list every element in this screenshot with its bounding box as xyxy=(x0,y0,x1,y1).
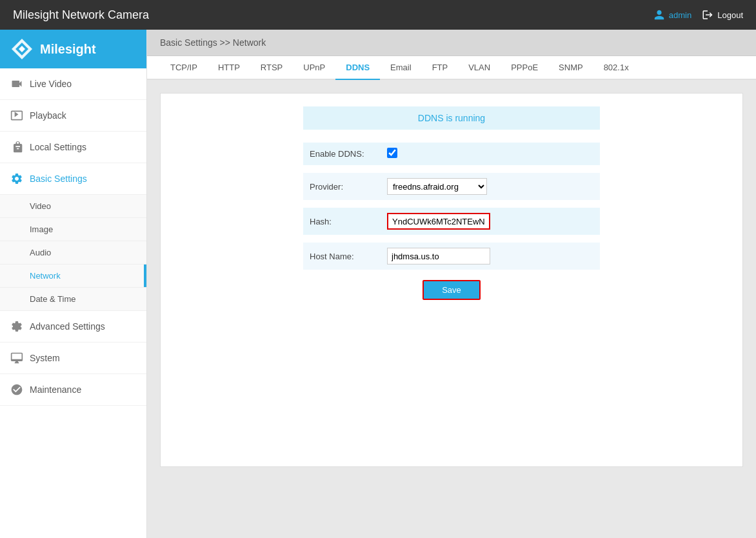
tab-vlan[interactable]: VLAN xyxy=(458,56,501,80)
logout-icon xyxy=(702,9,713,21)
sidebar-item-label-maintenance: Maintenance xyxy=(30,384,81,395)
tab-rtsp[interactable]: RTSP xyxy=(250,56,293,80)
form-row-enable: Enable DDNS: xyxy=(303,143,600,165)
admin-label: admin xyxy=(669,10,691,20)
sidebar-item-label-system: System xyxy=(30,353,60,363)
tab-pppoe[interactable]: PPPoE xyxy=(501,56,548,80)
save-btn-row: Save xyxy=(303,280,600,300)
enable-ddns-label: Enable DDNS: xyxy=(310,149,387,159)
main-content: DDNS is running Enable DDNS: Provider: xyxy=(147,80,756,538)
ddns-status-text: DDNS is running xyxy=(418,113,485,123)
ddns-form: Enable DDNS: Provider: freedns.afraid.or… xyxy=(303,143,600,300)
enable-ddns-control xyxy=(387,148,593,160)
sidebar-subitems: Video Image Audio Network Date & Time xyxy=(0,195,146,311)
sidebar-subitem-audio[interactable]: Audio xyxy=(0,241,146,264)
sidebar-subitem-label-audio: Audio xyxy=(30,248,51,257)
sidebar-item-label-advanced-settings: Advanced Settings xyxy=(30,321,105,332)
tab-tcpip[interactable]: TCP/IP xyxy=(160,56,208,80)
form-row-hostname: Host Name: xyxy=(303,243,600,270)
sidebar-item-playback[interactable]: Playback xyxy=(0,100,146,132)
sidebar-subitem-label-network: Network xyxy=(30,271,61,281)
hostname-input[interactable] xyxy=(387,248,490,264)
provider-label: Provider: xyxy=(310,182,387,192)
ddns-status-bar: DDNS is running xyxy=(303,106,600,130)
sidebar-item-basic-settings[interactable]: Basic Settings xyxy=(0,163,146,195)
tab-upnp[interactable]: UPnP xyxy=(293,56,335,80)
tab-ddns[interactable]: DDNS xyxy=(335,56,380,80)
sidebar-subitem-video[interactable]: Video xyxy=(0,195,146,218)
sidebar: Milesight Live Video Playback Local Sett… xyxy=(0,30,147,538)
sidebar-item-advanced-settings[interactable]: Advanced Settings xyxy=(0,311,146,343)
hash-input[interactable] xyxy=(387,213,490,230)
enable-ddns-checkbox[interactable] xyxy=(387,148,397,158)
breadcrumb: Basic Settings >> Network xyxy=(147,30,756,56)
hostname-control xyxy=(387,248,593,264)
logo-text: Milesight xyxy=(40,42,96,57)
form-row-hash: Hash: xyxy=(303,208,600,235)
sidebar-item-label-playback: Playback xyxy=(30,110,66,121)
advanced-settings-icon xyxy=(10,320,23,333)
sidebar-subitem-image[interactable]: Image xyxy=(0,218,146,241)
top-header: Milesight Network Camera admin Logout xyxy=(0,0,756,30)
sidebar-item-label-local-settings: Local Settings xyxy=(30,142,86,152)
content-panel: DDNS is running Enable DDNS: Provider: xyxy=(160,93,743,467)
tabs-bar: TCP/IP HTTP RTSP UPnP DDNS Email FTP VLA… xyxy=(147,56,756,80)
hash-label: Hash: xyxy=(310,217,387,226)
content-area: Basic Settings >> Network TCP/IP HTTP RT… xyxy=(147,30,756,538)
sidebar-item-live-video[interactable]: Live Video xyxy=(0,68,146,100)
header-right: admin Logout xyxy=(653,9,743,21)
tab-8021x[interactable]: 802.1x xyxy=(593,56,639,80)
hostname-label: Host Name: xyxy=(310,252,387,261)
form-row-provider: Provider: freedns.afraid.org dyndns.org … xyxy=(303,173,600,200)
provider-select[interactable]: freedns.afraid.org dyndns.org no-ip.com xyxy=(387,178,487,195)
tab-ftp[interactable]: FTP xyxy=(422,56,459,80)
sidebar-item-label-basic-settings: Basic Settings xyxy=(30,174,87,184)
system-icon xyxy=(10,352,23,364)
provider-control: freedns.afraid.org dyndns.org no-ip.com xyxy=(387,178,593,195)
sidebar-subitem-label-video: Video xyxy=(30,201,51,211)
app-title: Milesight Network Camera xyxy=(13,8,149,22)
gear-icon xyxy=(10,172,23,185)
sidebar-item-local-settings[interactable]: Local Settings xyxy=(0,132,146,163)
user-icon xyxy=(653,9,665,21)
sidebar-logo: Milesight xyxy=(0,30,146,68)
sidebar-subitem-date-time[interactable]: Date & Time xyxy=(0,288,146,311)
admin-section: admin xyxy=(653,9,691,21)
sidebar-item-label-live-video: Live Video xyxy=(30,79,72,89)
breadcrumb-text: Basic Settings >> Network xyxy=(160,37,266,48)
local-settings-icon xyxy=(10,141,23,154)
tab-http[interactable]: HTTP xyxy=(208,56,250,80)
maintenance-icon xyxy=(10,383,23,396)
sidebar-item-maintenance[interactable]: Maintenance xyxy=(0,374,146,406)
logout-label: Logout xyxy=(717,10,743,20)
sidebar-subitem-label-date-time: Date & Time xyxy=(30,294,76,304)
sidebar-subitem-network[interactable]: Network xyxy=(0,264,146,288)
main-layout: Milesight Live Video Playback Local Sett… xyxy=(0,30,756,538)
hash-control xyxy=(387,213,593,230)
tab-snmp[interactable]: SNMP xyxy=(548,56,593,80)
milesight-logo-icon xyxy=(10,37,34,61)
save-button[interactable]: Save xyxy=(423,280,481,300)
logout-button[interactable]: Logout xyxy=(702,9,743,21)
sidebar-subitem-label-image: Image xyxy=(30,224,53,234)
playback-icon xyxy=(10,109,23,122)
tab-email[interactable]: Email xyxy=(380,56,422,80)
video-icon xyxy=(10,77,23,90)
sidebar-item-system[interactable]: System xyxy=(0,343,146,374)
